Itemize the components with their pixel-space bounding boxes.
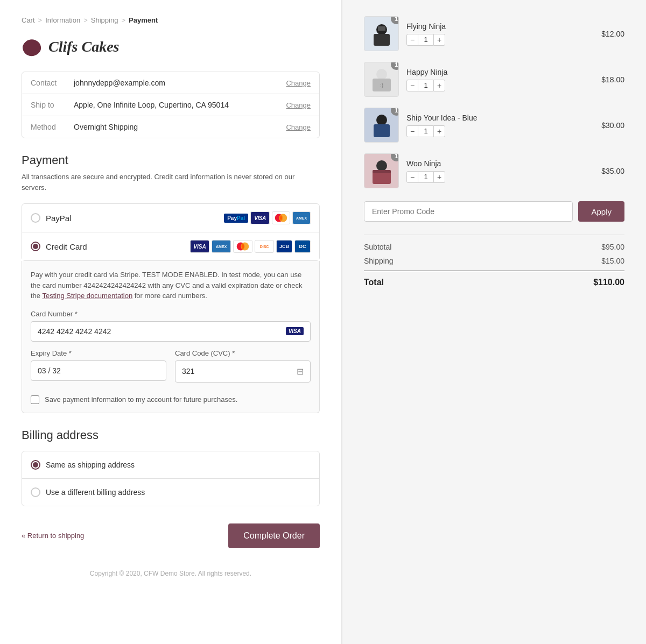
qty-increase-btn[interactable]: + (433, 34, 445, 46)
visa-icon: VISA (190, 240, 209, 253)
expiry-label: Expiry Date * (31, 349, 166, 357)
card-number-label: Card Number * (31, 310, 311, 318)
item-name: Woo Ninja (406, 159, 594, 168)
svg-rect-7 (374, 34, 390, 46)
credit-card-option-left: Credit Card (31, 242, 87, 251)
breadcrumb-shipping[interactable]: Shipping (91, 16, 118, 24)
item-info: Happy Ninja − 1 + (406, 68, 594, 91)
svg-rect-12 (376, 115, 387, 125)
subtotal-value: $95.00 (601, 243, 624, 251)
qty-increase-btn[interactable]: + (433, 80, 445, 91)
expiry-input-wrapper (31, 360, 166, 381)
item-controls: − 1 + (406, 125, 594, 137)
svg-rect-16 (373, 170, 391, 173)
qty-increase-btn[interactable]: + (433, 125, 445, 137)
payment-options: PayPal PayPal VISA AMEX Credit Card (22, 203, 320, 261)
logo: Clifs Cakes (22, 37, 320, 56)
svg-rect-14 (376, 160, 387, 171)
subtotal-row: Subtotal $95.00 (364, 243, 624, 251)
paypal-radio[interactable] (31, 213, 40, 223)
jcb-icon: JCB (276, 240, 292, 253)
cvc-input-wrapper: ⊟ (175, 360, 311, 383)
expiry-input[interactable] (38, 366, 159, 375)
shipping-row: Shipping $15.00 (364, 257, 624, 265)
contact-change[interactable]: Change (286, 79, 311, 87)
shipping-label: Shipping (364, 257, 394, 265)
qty-display: 1 (418, 171, 433, 183)
method-change[interactable]: Change (286, 123, 311, 131)
qty-decrease-btn[interactable]: − (406, 125, 418, 137)
logo-text: Clifs Cakes (48, 38, 119, 55)
breadcrumb: Cart > Information > Shipping > Payment (22, 16, 320, 24)
billing-options: Same as shipping address Use a different… (22, 451, 320, 506)
complete-order-button[interactable]: Complete Order (228, 523, 320, 548)
discover-icon: DISC (255, 240, 274, 253)
billing-same-radio[interactable] (31, 460, 40, 470)
contact-row: Contact johnnydepp@example.com Change (22, 72, 319, 94)
return-to-shipping-link[interactable]: « Return to shipping (22, 532, 84, 540)
card-number-input[interactable] (38, 327, 286, 336)
qty-decrease-btn[interactable]: − (406, 34, 418, 46)
item-image: 1 :) (364, 62, 399, 97)
contact-value: johnnydepp@example.com (74, 79, 286, 87)
ship-to-change[interactable]: Change (286, 101, 311, 109)
cvc-label: Card Code (CVC) * (175, 349, 311, 357)
total-label: Total (364, 278, 384, 287)
billing-same-option[interactable]: Same as shipping address (22, 451, 319, 479)
qty-decrease-btn[interactable]: − (406, 80, 418, 91)
billing-different-radio[interactable] (31, 487, 40, 497)
amex-icon: AMEX (212, 240, 231, 253)
credit-card-icons: VISA AMEX DISC JCB DC (190, 240, 311, 253)
order-item: 1 Ship Your Idea - Blue − 1 + $30.00 (364, 108, 624, 143)
item-price: $18.00 (601, 75, 624, 84)
visa-icon-paypal: VISA (250, 211, 270, 224)
credit-card-radio[interactable] (31, 242, 40, 251)
mastercard-icon (233, 240, 252, 253)
qty-display: 1 (418, 34, 433, 46)
save-payment-checkbox[interactable] (31, 395, 39, 404)
breadcrumb-sep-2: > (83, 16, 88, 24)
breadcrumb-information[interactable]: Information (45, 16, 80, 24)
item-info: Flying Ninja − 1 + (406, 22, 594, 46)
card-number-input-wrapper: VISA (31, 321, 311, 342)
save-payment-group: Save payment information to my account f… (31, 395, 311, 404)
cvc-input[interactable] (182, 367, 297, 376)
item-name: Happy Ninja (406, 68, 594, 76)
paypal-icon: PayPal (224, 214, 248, 223)
expiry-cvc-row: Expiry Date * Card Code (CVC) * ⊟ (31, 349, 311, 390)
visa-badge: VISA (286, 327, 304, 335)
qty-decrease-btn[interactable]: − (406, 171, 418, 183)
item-price: $30.00 (601, 121, 624, 130)
breadcrumb-sep-1: > (38, 16, 43, 24)
item-price: $12.00 (601, 30, 624, 38)
paypal-icons: PayPal VISA AMEX (224, 211, 311, 224)
order-info-box: Contact johnnydepp@example.com Change Sh… (22, 72, 320, 138)
stripe-docs-link[interactable]: Testing Stripe documentation (42, 292, 132, 300)
billing-same-label: Same as shipping address (46, 461, 135, 469)
footer-buttons: « Return to shipping Complete Order (22, 523, 320, 559)
item-controls: − 1 + (406, 80, 594, 91)
billing-section: Billing address Same as shipping address… (22, 428, 320, 506)
item-name: Flying Ninja (406, 22, 594, 31)
breadcrumb-cart[interactable]: Cart (22, 16, 35, 24)
qty-increase-btn[interactable]: + (433, 171, 445, 183)
method-value: Overnight Shipping (74, 123, 286, 131)
copyright: Copyright © 2020, CFW Demo Store. All ri… (22, 570, 320, 588)
item-image: 1 (364, 108, 399, 143)
amex-icon-paypal: AMEX (292, 211, 311, 224)
payment-title: Payment (22, 153, 320, 167)
save-payment-label: Save payment information to my account f… (45, 395, 237, 404)
order-item: 1 :) Happy Ninja − 1 + $18.00 (364, 62, 624, 97)
svg-rect-9 (376, 69, 387, 80)
item-image: 1 (364, 153, 399, 188)
item-controls: − 1 + (406, 171, 594, 183)
item-info: Woo Ninja − 1 + (406, 159, 594, 183)
billing-different-option[interactable]: Use a different billing address (22, 479, 319, 506)
logo-icon (22, 37, 43, 56)
total-value: $110.00 (593, 278, 624, 287)
svg-rect-8 (378, 26, 385, 31)
credit-card-option[interactable]: Credit Card VISA AMEX DISC JCB DC (22, 232, 319, 260)
paypal-option[interactable]: PayPal PayPal VISA AMEX (22, 204, 319, 232)
promo-code-input[interactable] (364, 201, 573, 222)
apply-promo-button[interactable]: Apply (578, 201, 624, 222)
